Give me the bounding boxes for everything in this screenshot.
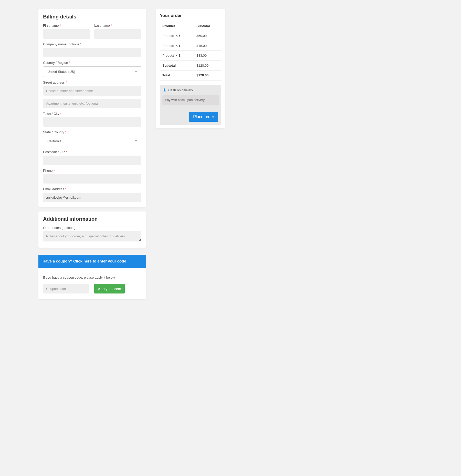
city-label: Town / City *	[43, 111, 141, 116]
state-value: California	[47, 139, 61, 144]
order-col-subtotal: Subtotal	[194, 21, 221, 31]
last-name-label: Last name *	[94, 23, 141, 28]
postcode-input[interactable]	[43, 156, 141, 165]
payment-method-radio[interactable]	[163, 88, 166, 92]
country-value: United States (US)	[47, 69, 75, 74]
order-table: Product Subtotal Product × 5 $50.00 Prod…	[160, 21, 221, 80]
company-input[interactable]	[43, 48, 141, 57]
additional-card: Additional information Order notes (opti…	[38, 211, 146, 248]
phone-input[interactable]	[43, 174, 141, 184]
coupon-banner[interactable]: Have a coupon? Click here to enter your …	[38, 255, 146, 268]
place-order-button[interactable]: Place order	[189, 112, 218, 122]
billing-title: Billing details	[43, 13, 141, 21]
order-subtotal-row: Subtotal $128.00	[160, 60, 221, 70]
phone-label: Phone *	[43, 168, 141, 173]
country-label: Country / Region *	[43, 60, 141, 65]
coupon-body: If you have a coupon code, please apply …	[38, 268, 146, 299]
billing-card: Billing details First name * Last name *…	[38, 9, 146, 207]
order-notes-label: Order notes (optional)	[43, 225, 141, 230]
company-label: Company name (optional)	[43, 42, 141, 47]
street-label: Street address *	[43, 80, 141, 85]
apply-coupon-button[interactable]: Apply coupon	[94, 284, 125, 293]
order-total-row: Total $128.00	[160, 70, 221, 80]
first-name-label: First name *	[43, 23, 90, 28]
first-name-input[interactable]	[43, 29, 90, 39]
coupon-instruction: If you have a coupon code, please apply …	[43, 275, 141, 280]
order-item-row: Product × 5 $50.00	[160, 31, 221, 41]
state-label: State / County *	[43, 130, 141, 135]
email-label: Email address *	[43, 187, 141, 192]
street-address-input[interactable]	[43, 86, 141, 96]
chevron-down-icon	[135, 140, 137, 141]
order-card: Your order Product Subtotal Product × 5 …	[156, 9, 225, 128]
order-notes-textarea[interactable]	[43, 231, 141, 241]
payment-method-description: Pay with cash upon delivery.	[162, 95, 219, 105]
order-item-row: Product × 1 $45.00	[160, 41, 221, 51]
coupon-code-input[interactable]	[43, 284, 89, 293]
postcode-label: Postcode / ZIP *	[43, 149, 141, 155]
last-name-input[interactable]	[94, 29, 141, 39]
additional-title: Additional information	[43, 215, 141, 223]
email-input[interactable]	[43, 193, 141, 202]
payment-method-label: Cash on delivery	[168, 88, 193, 93]
state-select[interactable]: California	[43, 136, 141, 147]
country-select[interactable]: United States (US)	[43, 66, 141, 77]
street-address-2-input[interactable]	[43, 99, 141, 108]
city-input[interactable]	[43, 117, 141, 127]
order-item-row: Product × 1 $33.00	[160, 51, 221, 61]
order-title: Your order	[160, 12, 221, 19]
chevron-down-icon	[135, 71, 137, 72]
order-col-product: Product	[160, 21, 194, 31]
payment-box: Cash on delivery Pay with cash upon deli…	[160, 85, 221, 125]
